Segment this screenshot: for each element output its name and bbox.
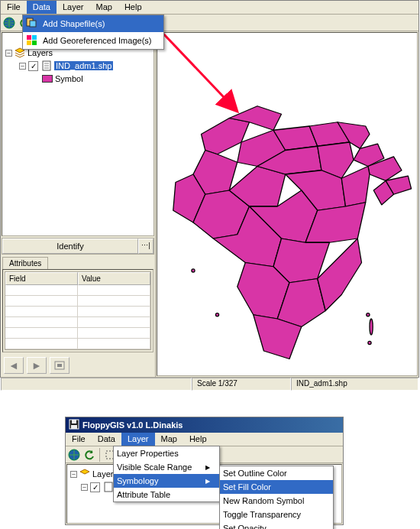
status-blank	[1, 378, 192, 391]
secondary-window: FloppyGIS v1.0 L.Dinakis File Data Layer…	[65, 417, 344, 525]
left-pane: – Layers – ✓ IND_adm1.shp Symbol Identif…	[1, 31, 156, 377]
layer-properties-item[interactable]: Layer Properties	[114, 446, 219, 460]
svg-line-19	[161, 31, 237, 112]
tree-symbol-label: Symbol	[55, 74, 83, 83]
floppy-icon	[69, 419, 79, 431]
value-header[interactable]: Value	[78, 272, 150, 285]
attribute-table-item[interactable]: Attribute Table	[114, 488, 219, 501]
status-scale: Scale 1/327	[192, 378, 291, 391]
symbology-item[interactable]: Symbology▶	[114, 474, 219, 488]
menu2-help[interactable]: Help	[183, 433, 213, 446]
svg-point-16	[367, 313, 370, 316]
add-georef-item[interactable]: Add Georeferenced Image(s)	[23, 32, 163, 49]
table-row[interactable]	[5, 296, 150, 307]
layer-dropdown: Layer Properties Visible Scale Range▶ Sy…	[113, 446, 220, 502]
field-header[interactable]: Field	[5, 272, 78, 285]
menu2-map[interactable]: Map	[155, 433, 183, 446]
attributes-panel: Field Value	[2, 269, 153, 352]
table-row[interactable]	[5, 285, 150, 296]
refresh-icon[interactable]	[82, 448, 96, 462]
table-row[interactable]	[5, 317, 150, 328]
menu-layer[interactable]: Layer	[57, 1, 90, 14]
data-dropdown: Add Shapefile(s) Add Georeferenced Image…	[22, 15, 164, 50]
tree-file-label: IND_adm1.shp	[54, 61, 113, 70]
extent-button[interactable]	[50, 357, 69, 374]
identify-bar: Identify ⋯|	[2, 238, 154, 255]
set-fill-item[interactable]: Set Fill Color	[220, 480, 333, 494]
svg-rect-5	[32, 41, 37, 45]
svg-rect-2	[27, 35, 31, 40]
globe-icon[interactable]	[67, 448, 81, 462]
status-file: IND_adm1.shp	[291, 378, 418, 391]
statusbar: Scale 1/327 IND_adm1.shp	[1, 377, 418, 391]
georef-icon	[26, 34, 38, 47]
layer-tree[interactable]: – Layers – ✓ IND_adm1.shp Symbol	[2, 32, 154, 236]
submenu-arrow-icon: ▶	[205, 478, 210, 485]
file-icon	[103, 482, 114, 492]
toolbar-sep	[99, 448, 100, 462]
menu2-layer[interactable]: Layer	[121, 433, 155, 446]
attributes-tab[interactable]: Attributes	[2, 257, 48, 269]
set-outline-item[interactable]: Set Outline Color	[220, 466, 333, 480]
menu-help[interactable]: Help	[118, 1, 148, 14]
menu-file[interactable]: File	[1, 1, 27, 14]
tree-expander[interactable]: –	[70, 471, 77, 478]
annotation-arrow	[153, 24, 253, 123]
visible-scale-item[interactable]: Visible Scale Range▶	[114, 460, 219, 474]
svg-point-14	[215, 313, 218, 316]
random-symbol-item[interactable]: New Random Symbol	[220, 494, 333, 508]
svg-point-15	[192, 269, 195, 272]
svg-rect-22	[71, 425, 77, 429]
shapefile-icon	[26, 18, 38, 30]
svg-rect-3	[32, 35, 37, 40]
svg-point-18	[368, 341, 371, 344]
add-shapefile-label: Add Shapefile(s)	[43, 19, 105, 28]
tree-expander-2[interactable]: –	[81, 484, 88, 491]
nav-buttons: ◄ ►	[1, 354, 155, 377]
layer-visible-checkbox[interactable]: ✓	[28, 61, 38, 71]
submenu-arrow-icon: ▶	[205, 464, 210, 471]
svg-rect-1	[30, 21, 36, 27]
table-row[interactable]	[5, 339, 150, 349]
menu2-data[interactable]: Data	[92, 433, 121, 446]
set-opacity-item[interactable]: Set Opacity	[220, 521, 333, 529]
back-button[interactable]: ◄	[4, 357, 24, 374]
menu2-file[interactable]: File	[66, 433, 92, 446]
svg-point-17	[370, 319, 373, 335]
svg-rect-25	[105, 482, 112, 492]
menu-data[interactable]: Data	[27, 1, 57, 14]
svg-rect-21	[72, 420, 76, 424]
tab-strip: Attributes	[2, 257, 153, 269]
symbology-submenu: Set Outline Color Set Fill Color New Ran…	[219, 466, 334, 529]
identify-close-button[interactable]: ⋯|	[138, 239, 153, 254]
titlebar: FloppyGIS v1.0 L.Dinakis	[66, 417, 343, 433]
layer-checkbox-2[interactable]: ✓	[90, 482, 100, 492]
table-row[interactable]	[5, 307, 150, 317]
file-icon	[41, 60, 52, 71]
menubar-2: File Data Layer Map Help	[66, 433, 343, 446]
symbol-swatch[interactable]	[42, 75, 53, 83]
identify-button[interactable]: Identify	[2, 239, 138, 254]
table-row[interactable]	[5, 328, 150, 339]
toggle-transparency-item[interactable]: Toggle Transparency	[220, 508, 333, 521]
attributes-body	[5, 285, 150, 349]
add-shapefile-item[interactable]: Add Shapefile(s)	[23, 15, 163, 32]
window-title: FloppyGIS v1.0 L.Dinakis	[82, 420, 183, 430]
tree-expander-file[interactable]: –	[19, 63, 26, 70]
forward-button[interactable]: ►	[27, 357, 47, 374]
svg-rect-4	[27, 41, 31, 45]
globe-icon[interactable]	[2, 16, 16, 30]
attributes-grid: Field Value	[5, 271, 151, 350]
main-window: File Data Layer Map Help Add Shapefile(s…	[0, 0, 419, 378]
menubar: File Data Layer Map Help	[1, 1, 418, 15]
tree-expander[interactable]: –	[5, 50, 12, 57]
layers-icon	[79, 469, 90, 479]
svg-rect-13	[57, 364, 62, 367]
add-georef-label: Add Georeferenced Image(s)	[43, 36, 151, 45]
menu-map[interactable]: Map	[90, 1, 118, 14]
